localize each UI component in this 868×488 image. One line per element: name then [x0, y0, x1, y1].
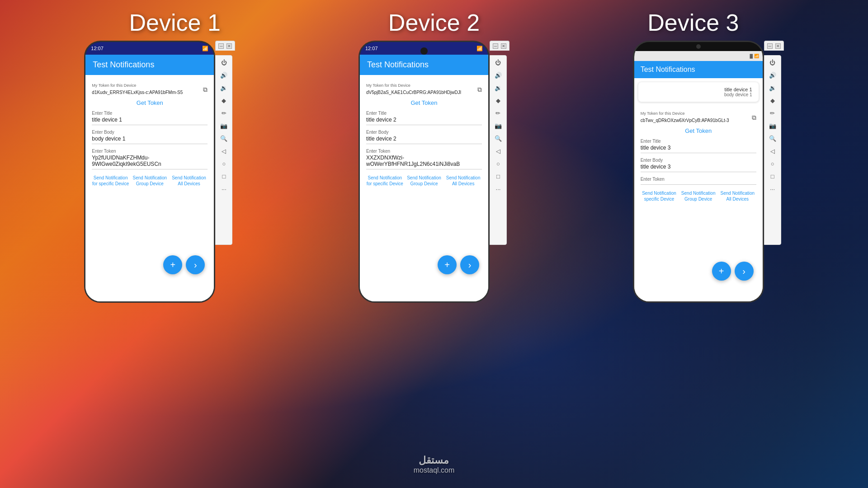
device3-body-value[interactable]: title device 3	[641, 164, 756, 172]
device2-pen-icon[interactable]: ✏	[492, 108, 505, 118]
device3-power-icon[interactable]: ⏻	[766, 57, 779, 67]
device2-minimize-btn[interactable]: ─	[493, 43, 498, 49]
device1-label: Device 1	[129, 9, 221, 36]
device2-camera-icon[interactable]: 📷	[492, 121, 505, 131]
device1-vol-up-icon[interactable]: 🔊	[217, 70, 230, 80]
device2-fab-plus[interactable]: +	[438, 255, 457, 274]
device1-token-label: My Token for this Device	[92, 83, 200, 88]
device2-diamond-icon[interactable]: ◆	[492, 95, 505, 105]
device3-vol-down-icon[interactable]: 🔉	[766, 83, 779, 93]
device2-copy-icon[interactable]: ⧉	[477, 86, 482, 94]
device1-minimize-btn[interactable]: ─	[218, 43, 224, 49]
device3-fab-arrow[interactable]: ›	[735, 262, 754, 281]
device1-pen-icon[interactable]: ✏	[217, 108, 230, 118]
device1-send-group[interactable]: Send Notification Group Device	[131, 175, 169, 187]
device1-zoom-icon[interactable]: 🔍	[217, 133, 230, 143]
device3-title-value[interactable]: title device 3	[641, 145, 756, 153]
device1-fab-plus[interactable]: +	[163, 255, 182, 274]
device1-bottom-nav: ◁ ○ □	[85, 301, 214, 303]
device3-tokenfield-label: Enter Token	[641, 177, 756, 182]
device2-fab-row: + ›	[438, 255, 479, 274]
device1-copy-icon[interactable]: ⧉	[203, 86, 208, 94]
device1-get-token[interactable]: Get Token	[92, 99, 208, 106]
device3-phone: ▓ 📶 Test Notifications title device 1 bo…	[633, 41, 764, 303]
device2-close-btn[interactable]: ✕	[501, 43, 506, 49]
device1-screen: Test Notifications My Token for this Dev…	[85, 55, 214, 301]
device3-pen-icon[interactable]: ✏	[766, 108, 779, 118]
device1-app-bar: Test Notifications	[85, 55, 214, 75]
device2-zoom-icon[interactable]: 🔍	[492, 133, 505, 143]
device3-close-btn[interactable]: ✕	[775, 43, 781, 49]
device2-send-btns: Send Notification for specific Device Se…	[366, 175, 482, 187]
device3-emulator-panel: ⏻ 🔊 🔉 ◆ ✏ 📷 🔍 ◁ ○ □ ···	[764, 55, 781, 245]
device2-body-value[interactable]: title device 2	[366, 136, 482, 144]
device3-vol-up-icon[interactable]: 🔊	[766, 70, 779, 80]
watermark-text: مستقل	[414, 455, 455, 466]
device1-title-value[interactable]: title device 1	[92, 117, 208, 125]
device3-tokenfield-value[interactable]	[641, 183, 756, 185]
device2-back-icon[interactable]: ◁	[492, 146, 505, 156]
device1-wrapper: 12:07 📶 Test Notifications My Token for …	[84, 41, 235, 303]
device1-emulator-titlebar: ─ ✕	[215, 41, 235, 51]
device1-send-all[interactable]: Send Notification All Devices	[170, 175, 208, 187]
device3-send-specific[interactable]: Send Notification specific Device	[641, 190, 678, 202]
device1-power-icon[interactable]: ⏻	[217, 57, 230, 67]
device3-screen: Test Notifications title device 1 body d…	[634, 61, 763, 303]
device3-more-icon[interactable]: ···	[766, 184, 779, 194]
device1-phone: 12:07 📶 Test Notifications My Token for …	[84, 41, 215, 303]
device2-circle-icon[interactable]: ○	[492, 159, 505, 169]
device1-time: 12:07	[91, 46, 104, 51]
device2-send-specific[interactable]: Send Notification for specific Device	[366, 175, 404, 187]
device3-send-group[interactable]: Send Notification Group Device	[679, 190, 717, 202]
device2-square-icon[interactable]: □	[492, 171, 505, 181]
device2-send-all[interactable]: Send Notification All Devices	[444, 175, 482, 187]
device2-send-group[interactable]: Send Notification Group Device	[406, 175, 443, 187]
device3-notif-title: title device 1	[645, 87, 752, 92]
device2-vol-down-icon[interactable]: 🔉	[492, 83, 505, 93]
device2-fab-arrow[interactable]: ›	[460, 255, 479, 274]
device1-circle-icon[interactable]: ○	[217, 159, 230, 169]
device2-token-value: dV5pjB2aS_KAE1CuCrBPRG:APA91bHDjwDJl	[366, 90, 461, 95]
device3-minimize-btn[interactable]: ─	[767, 43, 773, 49]
device1-send-specific[interactable]: Send Notification for specific Device	[92, 175, 129, 187]
device3-get-token[interactable]: Get Token	[641, 127, 756, 134]
device1-diamond-icon[interactable]: ◆	[217, 95, 230, 105]
device2-label: Device 2	[388, 9, 480, 36]
device1-more-icon[interactable]: ···	[217, 184, 230, 194]
device1-status-bar: 12:07 📶	[85, 42, 214, 55]
device3-token-value: cbTwv_qDRkOXzw6XrVpCyB:APA91bGLt-3	[641, 118, 729, 123]
device3-wrapper: ▓ 📶 Test Notifications title device 1 bo…	[633, 41, 784, 303]
device1-app-title: Test Notifications	[93, 60, 154, 69]
device1-camera-icon[interactable]: 📷	[217, 121, 230, 131]
device1-tokenfield-value[interactable]: Yp2fUUIDNaKFZHMdu-9WlGwe0ZiqkI9ekG5EUSCn	[92, 155, 208, 169]
device3-zoom-icon[interactable]: 🔍	[766, 133, 779, 143]
device3-camera-icon[interactable]: 📷	[766, 121, 779, 131]
device1-emulator-container: ─ ✕ ⏻ 🔊 🔉 ◆ ✏ 📷 🔍 ◁ ○ □ ···	[215, 41, 235, 245]
device1-token-value: d1Kudv_ERRSY4ELxKjss-c:APA91bFMm-S5	[92, 90, 183, 95]
device1-close-btn[interactable]: ✕	[226, 43, 232, 49]
device2-token-label: My Token for this Device	[366, 83, 475, 88]
device2-signal: 📶	[476, 46, 483, 52]
device3-circle-icon[interactable]: ○	[766, 159, 779, 169]
device1-body-value[interactable]: body device 1	[92, 136, 208, 144]
device1-back-icon[interactable]: ◁	[217, 146, 230, 156]
device2-vol-up-icon[interactable]: 🔊	[492, 70, 505, 80]
device1-emulator-panel: ⏻ 🔊 🔉 ◆ ✏ 📷 🔍 ◁ ○ □ ···	[215, 55, 232, 245]
device3-square-icon[interactable]: □	[766, 171, 779, 181]
device2-phone: 12:07 📶 Test Notifications My Token for …	[359, 41, 490, 303]
device3-diamond-icon[interactable]: ◆	[766, 95, 779, 105]
device3-fab-plus[interactable]: +	[712, 262, 731, 281]
device2-tokenfield-value[interactable]: XXZXDNXfWzi-wOWerYBfHFNR1JgL2N6c41iNJi8v…	[366, 155, 482, 169]
device2-power-icon[interactable]: ⏻	[492, 57, 505, 67]
device2-title-value[interactable]: title device 2	[366, 117, 482, 125]
device2-get-token[interactable]: Get Token	[366, 99, 482, 106]
device3-send-all[interactable]: Send Notification All Devices	[719, 190, 756, 202]
device3-copy-icon[interactable]: ⧉	[752, 114, 756, 122]
device2-more-icon[interactable]: ···	[492, 184, 505, 194]
device1-vol-down-icon[interactable]: 🔉	[217, 83, 230, 93]
device2-emulator-container: ─ ✕ ⏻ 🔊 🔉 ◆ ✏ 📷 🔍 ◁ ○ □ ···	[490, 41, 509, 245]
device1-fab-arrow[interactable]: ›	[186, 255, 205, 274]
device3-back-icon[interactable]: ◁	[766, 146, 779, 156]
device1-square-icon[interactable]: □	[217, 171, 230, 181]
device1-signal: 📶	[202, 46, 208, 52]
